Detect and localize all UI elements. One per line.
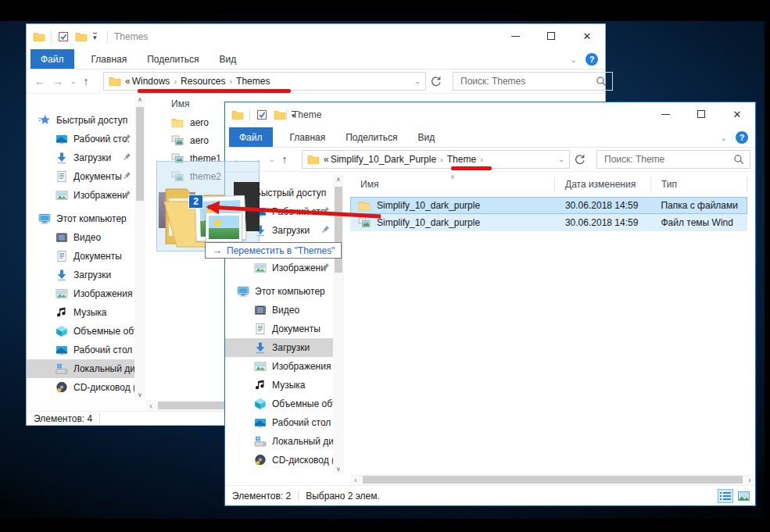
sidebar-item[interactable]: Загрузки	[27, 148, 134, 167]
horizontal-scrollbar[interactable]: ‹ ›	[350, 474, 755, 485]
breadcrumb-overflow-icon[interactable]: «	[324, 154, 329, 165]
breadcrumb-item[interactable]: Simplify_10_Dark_Purple	[329, 154, 438, 165]
sidebar-item[interactable]: Этот компьютер	[27, 209, 134, 228]
ribbon-tab-1[interactable]: Главная	[280, 127, 336, 147]
ribbon-tab-file[interactable]: Файл	[229, 127, 273, 147]
file-row[interactable]: Simplify_10_dark_purple30.06.2018 14:59Ф…	[350, 214, 747, 231]
sidebar-item[interactable]: Изображения	[27, 284, 134, 303]
sidebar-item[interactable]: Видео	[225, 301, 333, 320]
address-bar[interactable]: «Windows›Resources›Themes ⌄	[103, 72, 426, 91]
properties-icon[interactable]	[57, 30, 70, 43]
sidebar-item[interactable]: Документы	[225, 320, 333, 338]
sidebar-scrollbar[interactable]: ∧ ∨	[333, 174, 344, 474]
address-dropdown-icon[interactable]: ⌄	[558, 155, 564, 163]
scroll-up-icon[interactable]: ∧	[134, 95, 145, 105]
breadcrumb-item[interactable]: Windows	[131, 76, 172, 87]
file-row[interactable]: Simplify_10_dark_purple30.06.2018 14:59П…	[350, 197, 747, 214]
search-input[interactable]	[459, 75, 596, 87]
scroll-left-icon[interactable]: ‹	[145, 402, 156, 410]
sidebar-item[interactable]: Документы	[27, 167, 134, 186]
breadcrumb-item[interactable]: Theme	[446, 154, 478, 165]
search-input[interactable]	[603, 153, 733, 166]
forward-icon[interactable]: →	[52, 75, 63, 87]
address-bar[interactable]: «Simplify_10_Dark_Purple›Theme› ⌄	[302, 150, 570, 169]
up-icon[interactable]: ↑	[282, 153, 288, 166]
breadcrumb-overflow-icon[interactable]: «	[125, 76, 131, 87]
ribbon-expand-icon[interactable]: ⌄	[571, 55, 577, 64]
breadcrumb-separator-icon[interactable]: ›	[438, 155, 446, 164]
sidebar-item[interactable]: Музыка	[27, 303, 134, 322]
refresh-icon[interactable]	[574, 154, 586, 166]
ribbon-tab-1[interactable]: Главная	[81, 49, 138, 69]
sidebar-item[interactable]: Загрузки	[27, 266, 134, 284]
titlebar[interactable]: ▾ Theme ✕	[225, 102, 755, 127]
sidebar-item[interactable]: Объемные объ	[225, 395, 333, 413]
sidebar-item[interactable]: CD-дисковод (D	[27, 378, 134, 397]
search-icon[interactable]	[733, 154, 744, 165]
help-icon[interactable]: ?	[736, 131, 748, 144]
sidebar-item[interactable]: Рабочий стол	[27, 341, 134, 359]
breadcrumb-separator-icon[interactable]: ›	[171, 77, 179, 86]
address-dropdown-icon[interactable]: ⌄	[414, 77, 421, 85]
breadcrumb-item[interactable]: Themes	[235, 76, 271, 87]
breadcrumb-item[interactable]: Resources	[179, 76, 227, 87]
sidebar-item[interactable]: Видео	[27, 228, 134, 247]
ribbon-tab-file[interactable]: Файл	[30, 49, 74, 69]
sidebar-item[interactable]: Локальный дис	[225, 432, 333, 451]
sidebar-item[interactable]: Ashampoo Snap	[27, 397, 134, 400]
sidebar-item[interactable]: Изображени	[225, 259, 333, 277]
scroll-right-icon[interactable]: ›	[744, 476, 755, 484]
recent-locations-icon[interactable]: ⌄	[269, 155, 275, 163]
sidebar-item[interactable]: Ashampoo_Snap	[225, 470, 333, 474]
maximize-button[interactable]	[533, 24, 569, 48]
scrollbar-thumb[interactable]	[335, 187, 342, 273]
sidebar-item[interactable]: Загрузки	[225, 338, 333, 357]
sidebar-item[interactable]: Музыка	[225, 376, 333, 395]
thumbnails-view-button[interactable]	[736, 489, 751, 503]
sidebar-item[interactable]: Быстрый доступ	[27, 111, 134, 130]
titlebar[interactable]: ▾ Themes ✕	[27, 24, 605, 49]
back-icon[interactable]: ←	[34, 75, 45, 87]
minimize-button[interactable]	[497, 24, 533, 48]
sidebar-scrollbar[interactable]: ∧ ∨	[134, 95, 145, 400]
sidebar-item[interactable]: Объемные объ	[27, 322, 134, 341]
scrollbar-thumb[interactable]	[136, 107, 144, 201]
scrollbar-thumb[interactable]	[363, 476, 743, 484]
breadcrumb-separator-icon[interactable]: ›	[227, 77, 235, 86]
search-icon[interactable]	[596, 76, 607, 87]
properties-icon[interactable]	[256, 109, 268, 121]
sidebar-item[interactable]: Этот компьютер	[225, 282, 333, 301]
maximize-button[interactable]	[683, 102, 719, 126]
refresh-icon[interactable]	[430, 76, 442, 87]
close-button[interactable]: ✕	[569, 24, 605, 48]
sidebar-item[interactable]: Рабочий сто.	[27, 130, 134, 148]
column-header[interactable]: Тип	[651, 177, 747, 191]
scroll-up-icon[interactable]: ∧	[333, 174, 344, 184]
ribbon-tab-2[interactable]: Поделиться	[335, 127, 407, 147]
sidebar-item[interactable]: Изображени	[27, 186, 134, 205]
new-folder-icon[interactable]	[75, 30, 88, 43]
ribbon-tab-2[interactable]: Поделиться	[137, 49, 209, 69]
minimize-button[interactable]	[647, 102, 683, 126]
scroll-down-icon[interactable]: ∨	[333, 464, 344, 474]
ribbon-expand-icon[interactable]: ⌄	[721, 134, 727, 142]
qat-customize-icon[interactable]: ▾	[93, 33, 97, 41]
scroll-left-icon[interactable]: ‹	[350, 476, 361, 484]
close-button[interactable]: ✕	[719, 102, 755, 126]
search-box[interactable]	[596, 150, 750, 169]
ribbon-tab-3[interactable]: Вид	[407, 127, 445, 147]
help-icon[interactable]: ?	[586, 53, 598, 66]
breadcrumb-separator-icon[interactable]: ›	[478, 155, 485, 164]
sidebar-item[interactable]: Изображения	[225, 357, 333, 376]
sidebar-item[interactable]: Документы	[27, 247, 134, 266]
ribbon-tab-3[interactable]: Вид	[209, 49, 246, 69]
up-icon[interactable]: ↑	[84, 75, 89, 87]
details-view-button[interactable]	[718, 489, 733, 503]
column-header[interactable]: Дата изменения	[555, 177, 651, 191]
new-folder-icon[interactable]	[274, 109, 286, 121]
search-box[interactable]	[453, 72, 613, 91]
sidebar-item[interactable]: Локальный дис	[27, 359, 134, 378]
recent-locations-icon[interactable]: ⌄	[70, 77, 77, 85]
sidebar-item[interactable]: Рабочий стол	[225, 413, 333, 432]
scroll-down-icon[interactable]: ∨	[134, 390, 145, 400]
